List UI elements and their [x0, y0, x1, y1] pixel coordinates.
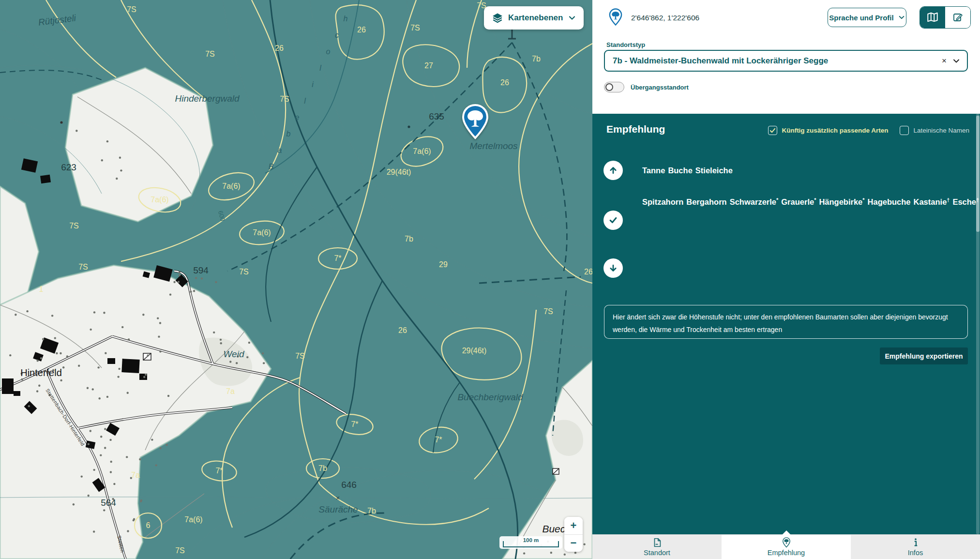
zoom-in-button[interactable]: +: [564, 517, 583, 535]
species-item: Buche: [668, 166, 692, 175]
chevron-down-icon: [568, 14, 576, 22]
export-recommendation-button[interactable]: Empfehlung exportieren: [880, 347, 968, 364]
check-circle-icon: [603, 211, 623, 230]
document-icon: [652, 537, 663, 548]
recommendation-section: Empfehlung Künftig zusätzlich passende A…: [592, 114, 980, 534]
species-item: Stieleiche: [695, 166, 733, 175]
map-scale: 100 m: [499, 536, 562, 549]
location-marker[interactable]: [460, 104, 490, 140]
edit-view-button[interactable]: [945, 7, 970, 28]
site-type-value: 7b - Waldmeister-Buchenwald mit Lockeräh…: [613, 56, 936, 66]
tab-infos[interactable]: Infos: [851, 535, 980, 559]
tree-pin-icon: [781, 537, 792, 548]
latin-names-checkbox[interactable]: Lateinische Namen: [900, 126, 969, 135]
option-checkboxes: Künftig zusätzlich passende Arten Latein…: [768, 126, 969, 135]
arrow-down-circle-icon: [603, 258, 623, 278]
species-item: Schwarzerle*: [730, 197, 779, 206]
species-item: Hagebuche: [868, 197, 911, 206]
side-panel: 2'646'862, 1'222'606 Sprache und Profil: [592, 0, 980, 559]
panel-header: 2'646'862, 1'222'606 Sprache und Profil: [592, 0, 980, 114]
tab-empfehlung[interactable]: Empfehlung: [722, 535, 851, 559]
species-item: Hängebirke*: [819, 197, 864, 206]
scale-bracket: [503, 541, 559, 547]
future-species-checkbox[interactable]: Künftig zusätzlich passende Arten: [768, 126, 888, 135]
zoom-control: + −: [564, 517, 583, 552]
map-layers-label: Kartenebenen: [508, 13, 563, 23]
scrollbar-thumb[interactable]: [976, 116, 980, 232]
view-switcher: [920, 6, 971, 29]
scrollbar[interactable]: [976, 114, 980, 534]
zoom-out-button[interactable]: −: [564, 535, 583, 552]
topo-map: [0, 0, 592, 559]
site-type-select[interactable]: 7b - Waldmeister-Buchenwald mit Lockeräh…: [604, 50, 968, 72]
site-type-label: Standortstyp: [606, 41, 645, 48]
map-layers-button[interactable]: Kartenebenen: [484, 6, 584, 30]
species-upgraded-list: TanneBucheStieleiche: [642, 165, 961, 177]
transition-site-label: Übergangsstandort: [631, 84, 689, 91]
species-item: Tanne: [642, 166, 665, 175]
species-item: Grauerle*: [781, 197, 816, 206]
edit-icon: [952, 12, 964, 23]
layers-icon: [492, 12, 503, 24]
language-profile-button[interactable]: Sprache und Profil: [828, 8, 906, 27]
elevation-note: Hier ändert sich zwar die Höhenstufe nic…: [604, 305, 968, 339]
coordinates-readout: 2'646'862, 1'222'606: [631, 14, 699, 22]
app-pin-logo: [608, 8, 623, 26]
species-item: Bergahorn: [686, 197, 726, 206]
species-item: Spitzahorn: [642, 197, 683, 206]
map-icon: [926, 11, 939, 24]
section-title: Empfehlung: [606, 123, 665, 135]
species-item: Esche†: [952, 197, 979, 206]
checkbox-checked-icon: [768, 126, 777, 135]
transition-site-row: Übergangsstandort: [604, 82, 689, 92]
species-item: Kastanie†: [914, 197, 950, 206]
tab-standort[interactable]: Standort: [592, 535, 722, 559]
map-view-button[interactable]: [920, 7, 945, 28]
transition-site-toggle[interactable]: [604, 82, 624, 92]
clear-icon[interactable]: ×: [936, 56, 952, 66]
species-suitable-list: SpitzahornBergahornSchwarzerle*Grauerle*…: [642, 196, 961, 208]
checkbox-empty-icon: [900, 126, 909, 135]
chevron-down-icon: [898, 14, 905, 21]
toggle-knob: [605, 83, 613, 91]
bottom-tab-bar: Standort Empfehlung Infos: [592, 534, 980, 559]
map-area[interactable]: 7S7S267S26277S7S7b267a(6)29(46t)7a(6)7a(…: [0, 0, 592, 559]
arrow-up-circle-icon: [603, 161, 623, 180]
info-icon: [910, 537, 921, 548]
treeapp-window: 7S7S267S26277S7S7b267a(6)29(46t)7a(6)7a(…: [0, 0, 980, 559]
chevron-down-icon[interactable]: [952, 57, 960, 65]
